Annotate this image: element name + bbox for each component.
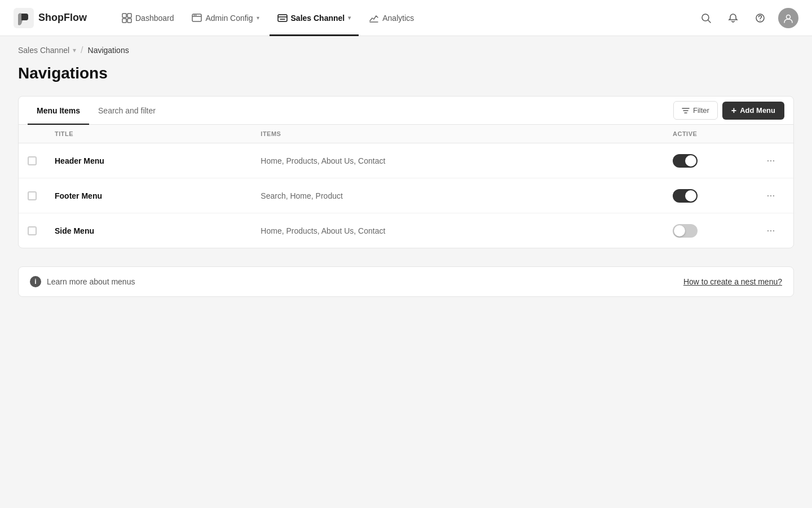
user-avatar[interactable] (778, 8, 798, 28)
header: ShopFlow Dashboard (0, 0, 812, 36)
row-checkbox-footer-menu[interactable] (28, 191, 55, 200)
nav-item-dashboard[interactable]: Dashboard (114, 0, 182, 36)
admin-config-chevron-icon: ▾ (257, 15, 259, 21)
toggle-header-menu[interactable] (673, 154, 698, 168)
analytics-icon (369, 13, 379, 23)
col-actions (757, 130, 784, 137)
col-items: ITEMS (261, 130, 673, 137)
toggle-knob-footer-menu (685, 190, 696, 202)
more-options-footer-menu[interactable]: ··· (762, 187, 779, 204)
page-title-area: Navigations (0, 60, 812, 96)
svg-rect-4 (127, 19, 131, 23)
admin-config-icon (192, 13, 202, 23)
main-nav: Dashboard Admin Config ▾ (114, 0, 697, 36)
breadcrumb-chevron-icon: ▾ (73, 46, 76, 54)
row-active-footer-menu (673, 189, 757, 203)
row-actions-header-menu: ··· (757, 152, 784, 169)
table-row: Footer Menu Search, Home, Product ··· (19, 178, 793, 213)
nav-item-analytics[interactable]: Analytics (361, 0, 422, 36)
page-title: Navigations (18, 64, 794, 82)
table-row: Header Menu Home, Products, About Us, Co… (19, 143, 793, 178)
nav-label-analytics: Analytics (382, 14, 414, 23)
breadcrumb-navigations: Navigations (88, 46, 129, 55)
content-card: Menu Items Search and filter Filter + Ad… (18, 96, 794, 248)
dashboard-icon (122, 13, 132, 23)
toggle-knob-header-menu (685, 155, 696, 167)
tabs-actions: Filter + Add Menu (673, 97, 784, 124)
checkbox-side-menu[interactable] (28, 226, 37, 235)
checkbox-header-menu[interactable] (28, 156, 37, 165)
info-left: i Learn more about menus (30, 276, 135, 287)
breadcrumb-separator: / (81, 45, 83, 55)
row-active-header-menu (673, 154, 757, 168)
checkbox-footer-menu[interactable] (28, 191, 37, 200)
row-title-header-menu: Header Menu (55, 156, 261, 165)
nav-item-admin-config[interactable]: Admin Config ▾ (184, 0, 267, 36)
sales-channel-icon (277, 13, 288, 23)
row-actions-footer-menu: ··· (757, 187, 784, 204)
table-row: Side Menu Home, Products, About Us, Cont… (19, 213, 793, 248)
nav-label-admin-config: Admin Config (205, 14, 253, 23)
main-content: Menu Items Search and filter Filter + Ad… (0, 96, 812, 266)
notifications-button[interactable] (724, 9, 742, 27)
col-checkbox (28, 130, 55, 137)
logo[interactable]: ShopFlow (14, 8, 87, 28)
search-button[interactable] (697, 9, 715, 27)
breadcrumb-sales-channel[interactable]: Sales Channel ▾ (18, 46, 76, 55)
sales-channel-chevron-icon: ▾ (348, 15, 351, 21)
nav-label-dashboard: Dashboard (135, 14, 174, 23)
svg-point-10 (787, 15, 791, 19)
add-menu-button[interactable]: + Add Menu (722, 102, 784, 120)
more-options-side-menu[interactable]: ··· (762, 222, 779, 239)
svg-point-7 (702, 14, 709, 21)
nav-label-sales-channel: Sales Channel (291, 14, 345, 23)
toggle-side-menu[interactable] (673, 224, 698, 238)
table: TITLE ITEMS Active Header Menu Home, Pro… (19, 125, 793, 248)
header-actions (697, 8, 798, 28)
add-icon: + (731, 106, 736, 115)
row-actions-side-menu: ··· (757, 222, 784, 239)
info-text: Learn more about menus (47, 277, 135, 286)
col-title: TITLE (55, 130, 261, 137)
svg-point-9 (760, 20, 761, 21)
filter-button[interactable]: Filter (673, 101, 718, 120)
tabs-bar: Menu Items Search and filter Filter + Ad… (19, 97, 793, 125)
more-options-header-menu[interactable]: ··· (762, 152, 779, 169)
info-icon: i (30, 276, 41, 287)
tab-search-filter[interactable]: Search and filter (89, 97, 165, 124)
info-link[interactable]: How to create a nest menu? (683, 277, 782, 286)
row-items-header-menu: Home, Products, About Us, Contact (261, 156, 673, 165)
svg-rect-6 (278, 15, 287, 21)
nav-item-sales-channel[interactable]: Sales Channel ▾ (270, 0, 359, 36)
logo-icon (14, 8, 34, 28)
info-bar: i Learn more about menus How to create a… (18, 266, 794, 297)
col-active: Active (673, 130, 757, 137)
filter-icon (682, 107, 690, 115)
svg-rect-1 (122, 14, 126, 17)
toggle-knob-side-menu (674, 225, 685, 237)
toggle-footer-menu[interactable] (673, 189, 698, 203)
svg-rect-3 (122, 19, 126, 23)
row-checkbox-side-menu[interactable] (28, 226, 55, 235)
row-items-side-menu: Home, Products, About Us, Contact (261, 226, 673, 235)
table-header: TITLE ITEMS Active (19, 125, 793, 143)
help-button[interactable] (751, 9, 769, 27)
row-items-footer-menu: Search, Home, Product (261, 191, 673, 200)
row-active-side-menu (673, 224, 757, 238)
svg-rect-2 (127, 14, 131, 17)
row-title-side-menu: Side Menu (55, 226, 261, 235)
breadcrumb: Sales Channel ▾ / Navigations (0, 36, 812, 60)
logo-text: ShopFlow (38, 12, 87, 24)
row-checkbox-header-menu[interactable] (28, 156, 55, 165)
tab-menu-items[interactable]: Menu Items (28, 97, 89, 124)
row-title-footer-menu: Footer Menu (55, 191, 261, 200)
